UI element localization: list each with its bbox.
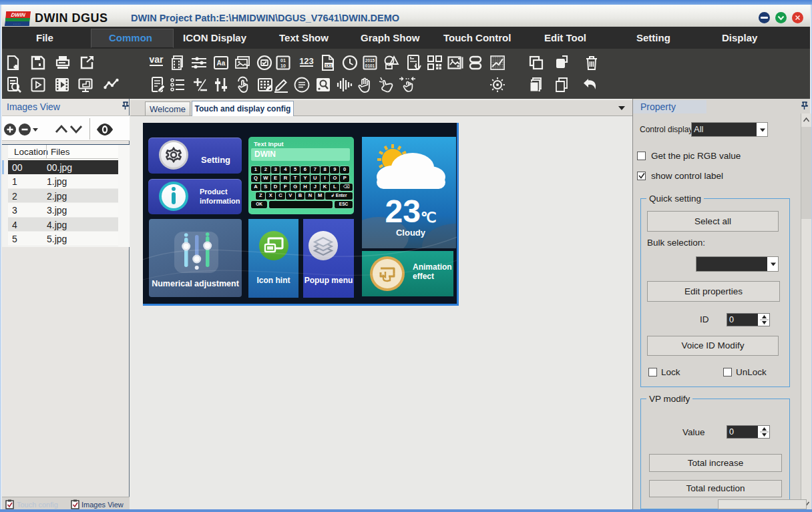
svg-text:10: 10 — [280, 63, 286, 68]
svg-text:1X1: 1X1 — [325, 63, 333, 67]
svg-text:123: 123 — [299, 56, 314, 66]
svg-text:Aa: Aa — [217, 59, 226, 67]
svg-text:0101: 0101 — [365, 63, 375, 68]
svg-text:var: var — [149, 54, 164, 65]
svg-text:2015: 2015 — [365, 58, 375, 63]
svg-text:01: 01 — [280, 58, 286, 63]
